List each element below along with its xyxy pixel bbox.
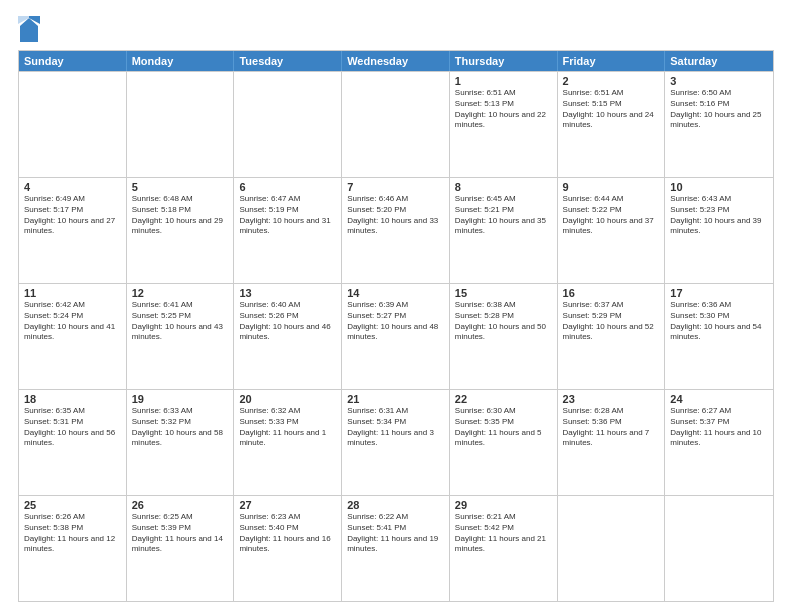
logo xyxy=(18,16,44,44)
day-info: Sunrise: 6:35 AM Sunset: 5:31 PM Dayligh… xyxy=(24,406,121,449)
header-cell-tuesday: Tuesday xyxy=(234,51,342,71)
day-info: Sunrise: 6:51 AM Sunset: 5:15 PM Dayligh… xyxy=(563,88,660,131)
day-info: Sunrise: 6:28 AM Sunset: 5:36 PM Dayligh… xyxy=(563,406,660,449)
day-info: Sunrise: 6:32 AM Sunset: 5:33 PM Dayligh… xyxy=(239,406,336,449)
calendar-row: 4Sunrise: 6:49 AM Sunset: 5:17 PM Daylig… xyxy=(19,177,773,283)
calendar-cell xyxy=(342,72,450,177)
calendar-cell: 10Sunrise: 6:43 AM Sunset: 5:23 PM Dayli… xyxy=(665,178,773,283)
day-number: 9 xyxy=(563,181,660,193)
calendar-cell: 14Sunrise: 6:39 AM Sunset: 5:27 PM Dayli… xyxy=(342,284,450,389)
calendar-cell: 19Sunrise: 6:33 AM Sunset: 5:32 PM Dayli… xyxy=(127,390,235,495)
day-info: Sunrise: 6:45 AM Sunset: 5:21 PM Dayligh… xyxy=(455,194,552,237)
day-info: Sunrise: 6:48 AM Sunset: 5:18 PM Dayligh… xyxy=(132,194,229,237)
calendar-cell xyxy=(19,72,127,177)
calendar-row: 25Sunrise: 6:26 AM Sunset: 5:38 PM Dayli… xyxy=(19,495,773,601)
svg-marker-0 xyxy=(20,18,38,42)
header xyxy=(18,16,774,44)
calendar-cell: 22Sunrise: 6:30 AM Sunset: 5:35 PM Dayli… xyxy=(450,390,558,495)
day-number: 7 xyxy=(347,181,444,193)
day-number: 25 xyxy=(24,499,121,511)
day-info: Sunrise: 6:44 AM Sunset: 5:22 PM Dayligh… xyxy=(563,194,660,237)
day-number: 2 xyxy=(563,75,660,87)
day-info: Sunrise: 6:43 AM Sunset: 5:23 PM Dayligh… xyxy=(670,194,768,237)
calendar-cell: 18Sunrise: 6:35 AM Sunset: 5:31 PM Dayli… xyxy=(19,390,127,495)
day-number: 4 xyxy=(24,181,121,193)
calendar: SundayMondayTuesdayWednesdayThursdayFrid… xyxy=(18,50,774,602)
header-cell-friday: Friday xyxy=(558,51,666,71)
calendar-row: 1Sunrise: 6:51 AM Sunset: 5:13 PM Daylig… xyxy=(19,71,773,177)
day-number: 28 xyxy=(347,499,444,511)
header-cell-saturday: Saturday xyxy=(665,51,773,71)
day-info: Sunrise: 6:27 AM Sunset: 5:37 PM Dayligh… xyxy=(670,406,768,449)
day-number: 8 xyxy=(455,181,552,193)
calendar-cell: 26Sunrise: 6:25 AM Sunset: 5:39 PM Dayli… xyxy=(127,496,235,601)
day-number: 27 xyxy=(239,499,336,511)
day-info: Sunrise: 6:41 AM Sunset: 5:25 PM Dayligh… xyxy=(132,300,229,343)
day-info: Sunrise: 6:50 AM Sunset: 5:16 PM Dayligh… xyxy=(670,88,768,131)
day-number: 17 xyxy=(670,287,768,299)
calendar-row: 11Sunrise: 6:42 AM Sunset: 5:24 PM Dayli… xyxy=(19,283,773,389)
calendar-cell: 20Sunrise: 6:32 AM Sunset: 5:33 PM Dayli… xyxy=(234,390,342,495)
day-number: 14 xyxy=(347,287,444,299)
day-number: 24 xyxy=(670,393,768,405)
calendar-cell: 21Sunrise: 6:31 AM Sunset: 5:34 PM Dayli… xyxy=(342,390,450,495)
calendar-cell: 3Sunrise: 6:50 AM Sunset: 5:16 PM Daylig… xyxy=(665,72,773,177)
calendar-row: 18Sunrise: 6:35 AM Sunset: 5:31 PM Dayli… xyxy=(19,389,773,495)
day-info: Sunrise: 6:31 AM Sunset: 5:34 PM Dayligh… xyxy=(347,406,444,449)
header-cell-sunday: Sunday xyxy=(19,51,127,71)
day-number: 13 xyxy=(239,287,336,299)
header-cell-thursday: Thursday xyxy=(450,51,558,71)
calendar-cell: 15Sunrise: 6:38 AM Sunset: 5:28 PM Dayli… xyxy=(450,284,558,389)
calendar-cell xyxy=(127,72,235,177)
calendar-cell: 29Sunrise: 6:21 AM Sunset: 5:42 PM Dayli… xyxy=(450,496,558,601)
calendar-cell: 8Sunrise: 6:45 AM Sunset: 5:21 PM Daylig… xyxy=(450,178,558,283)
day-info: Sunrise: 6:38 AM Sunset: 5:28 PM Dayligh… xyxy=(455,300,552,343)
logo-icon xyxy=(18,16,40,44)
day-number: 22 xyxy=(455,393,552,405)
calendar-cell: 4Sunrise: 6:49 AM Sunset: 5:17 PM Daylig… xyxy=(19,178,127,283)
header-cell-wednesday: Wednesday xyxy=(342,51,450,71)
day-number: 5 xyxy=(132,181,229,193)
calendar-cell: 17Sunrise: 6:36 AM Sunset: 5:30 PM Dayli… xyxy=(665,284,773,389)
calendar-body: 1Sunrise: 6:51 AM Sunset: 5:13 PM Daylig… xyxy=(19,71,773,601)
day-info: Sunrise: 6:26 AM Sunset: 5:38 PM Dayligh… xyxy=(24,512,121,555)
calendar-cell xyxy=(665,496,773,601)
calendar-cell: 13Sunrise: 6:40 AM Sunset: 5:26 PM Dayli… xyxy=(234,284,342,389)
calendar-cell: 12Sunrise: 6:41 AM Sunset: 5:25 PM Dayli… xyxy=(127,284,235,389)
day-info: Sunrise: 6:42 AM Sunset: 5:24 PM Dayligh… xyxy=(24,300,121,343)
day-number: 18 xyxy=(24,393,121,405)
calendar-cell: 16Sunrise: 6:37 AM Sunset: 5:29 PM Dayli… xyxy=(558,284,666,389)
day-info: Sunrise: 6:49 AM Sunset: 5:17 PM Dayligh… xyxy=(24,194,121,237)
calendar-cell: 7Sunrise: 6:46 AM Sunset: 5:20 PM Daylig… xyxy=(342,178,450,283)
calendar-cell: 1Sunrise: 6:51 AM Sunset: 5:13 PM Daylig… xyxy=(450,72,558,177)
day-number: 19 xyxy=(132,393,229,405)
day-info: Sunrise: 6:21 AM Sunset: 5:42 PM Dayligh… xyxy=(455,512,552,555)
day-info: Sunrise: 6:30 AM Sunset: 5:35 PM Dayligh… xyxy=(455,406,552,449)
day-number: 29 xyxy=(455,499,552,511)
day-number: 12 xyxy=(132,287,229,299)
day-number: 3 xyxy=(670,75,768,87)
calendar-cell xyxy=(234,72,342,177)
calendar-cell: 28Sunrise: 6:22 AM Sunset: 5:41 PM Dayli… xyxy=(342,496,450,601)
calendar-cell: 25Sunrise: 6:26 AM Sunset: 5:38 PM Dayli… xyxy=(19,496,127,601)
calendar-cell: 6Sunrise: 6:47 AM Sunset: 5:19 PM Daylig… xyxy=(234,178,342,283)
calendar-cell: 5Sunrise: 6:48 AM Sunset: 5:18 PM Daylig… xyxy=(127,178,235,283)
day-number: 15 xyxy=(455,287,552,299)
day-info: Sunrise: 6:39 AM Sunset: 5:27 PM Dayligh… xyxy=(347,300,444,343)
calendar-cell xyxy=(558,496,666,601)
day-info: Sunrise: 6:47 AM Sunset: 5:19 PM Dayligh… xyxy=(239,194,336,237)
calendar-cell: 23Sunrise: 6:28 AM Sunset: 5:36 PM Dayli… xyxy=(558,390,666,495)
day-info: Sunrise: 6:46 AM Sunset: 5:20 PM Dayligh… xyxy=(347,194,444,237)
day-info: Sunrise: 6:40 AM Sunset: 5:26 PM Dayligh… xyxy=(239,300,336,343)
calendar-cell: 27Sunrise: 6:23 AM Sunset: 5:40 PM Dayli… xyxy=(234,496,342,601)
day-info: Sunrise: 6:51 AM Sunset: 5:13 PM Dayligh… xyxy=(455,88,552,131)
day-number: 6 xyxy=(239,181,336,193)
day-info: Sunrise: 6:22 AM Sunset: 5:41 PM Dayligh… xyxy=(347,512,444,555)
calendar-header: SundayMondayTuesdayWednesdayThursdayFrid… xyxy=(19,51,773,71)
calendar-cell: 9Sunrise: 6:44 AM Sunset: 5:22 PM Daylig… xyxy=(558,178,666,283)
day-info: Sunrise: 6:37 AM Sunset: 5:29 PM Dayligh… xyxy=(563,300,660,343)
calendar-cell: 24Sunrise: 6:27 AM Sunset: 5:37 PM Dayli… xyxy=(665,390,773,495)
day-info: Sunrise: 6:25 AM Sunset: 5:39 PM Dayligh… xyxy=(132,512,229,555)
day-number: 26 xyxy=(132,499,229,511)
day-number: 10 xyxy=(670,181,768,193)
